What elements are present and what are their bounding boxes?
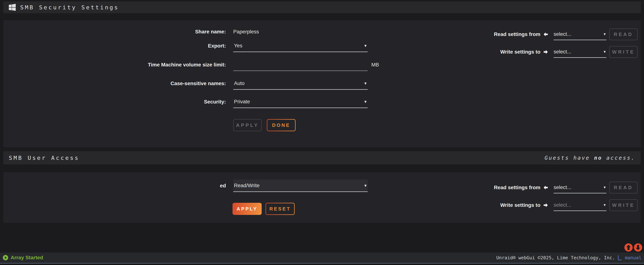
apply-button[interactable]: APPLY — [233, 119, 262, 131]
read-settings-label-wrap: Read settings from — [494, 31, 548, 37]
copyright-text: Unraid® webGui ©2025, Lime Technology, I… — [496, 255, 615, 260]
export-select-value: Yes — [233, 43, 242, 49]
array-status: Array Started — [2, 255, 43, 260]
user-ed-access-select[interactable]: Read/Write ▾ — [233, 179, 368, 192]
section-header-smb-security: SMB Security Settings — [3, 2, 641, 13]
security-select[interactable]: Private ▾ — [233, 96, 368, 108]
arrow-right-icon — [543, 49, 548, 55]
dropdown-arrow-icon: ▾ — [604, 32, 606, 37]
read-settings-row: Read settings from select... ▾ READ — [494, 29, 638, 40]
page-title: SMB Security Settings — [20, 4, 119, 11]
time-machine-unit: MB — [371, 59, 379, 71]
windows-icon — [9, 4, 16, 11]
read-settings-label: Read settings from — [494, 185, 540, 190]
dropdown-arrow-icon: ▾ — [604, 203, 606, 207]
dropdown-arrow-icon: ▾ — [364, 183, 368, 188]
read-button[interactable]: READ — [609, 29, 638, 40]
share-name-value: Paperpless — [233, 26, 259, 38]
reset-button[interactable]: RESET — [266, 203, 295, 215]
read-source-select[interactable]: select... ▾ — [554, 29, 606, 40]
section-title: SMB User Access — [9, 155, 80, 161]
case-sensitive-select-value: Auto — [233, 80, 244, 86]
write-target-select[interactable]: select... ▾ — [554, 199, 606, 211]
array-status-text: Array Started — [11, 255, 43, 260]
play-circle-icon — [2, 255, 8, 260]
manual-link[interactable]: manual — [625, 255, 642, 260]
user-ed-label: ed — [3, 179, 226, 192]
done-button[interactable]: DONE — [267, 119, 296, 131]
smb-security-settings-page: SMB Security Settings Share name: Paperp… — [0, 0, 644, 265]
write-settings-row: Write settings to select... ▾ WRITE — [500, 46, 638, 58]
write-settings-row: Write settings to select... ▾ WRITE — [500, 199, 638, 211]
arrow-left-icon — [543, 32, 548, 37]
dropdown-arrow-icon: ▾ — [364, 99, 368, 104]
write-settings-label: Write settings to — [500, 49, 540, 55]
time-machine-limit-label: Time Machine volume size limit: — [3, 59, 226, 71]
footer-copyright-area: Unraid® webGui ©2025, Lime Technology, I… — [496, 255, 642, 260]
dropdown-arrow-icon: ▾ — [604, 49, 606, 54]
dropdown-arrow-icon: ▾ — [364, 43, 368, 48]
write-button[interactable]: WRITE — [609, 199, 638, 211]
read-settings-label-wrap: Read settings from — [494, 185, 548, 190]
write-target-select[interactable]: select... ▾ — [554, 46, 606, 58]
export-select[interactable]: Yes ▾ — [233, 40, 368, 52]
write-settings-label-wrap: Write settings to — [500, 202, 548, 208]
apply-button[interactable]: APPLY — [232, 203, 262, 215]
case-sensitive-select[interactable]: Auto ▾ — [233, 77, 368, 90]
time-machine-size-input[interactable] — [233, 59, 368, 70]
arrow-right-icon — [543, 202, 548, 208]
write-settings-label: Write settings to — [500, 202, 540, 208]
security-label: Security: — [3, 96, 226, 108]
section-header-smb-user-access: SMB User Access Guests have no access. — [3, 151, 641, 164]
read-source-select[interactable]: select... ▾ — [554, 182, 606, 193]
arrow-left-icon — [543, 185, 548, 190]
time-machine-input-wrap — [233, 59, 368, 71]
window-bottom-edge — [0, 263, 644, 265]
dropdown-arrow-icon: ▾ — [364, 81, 368, 86]
user-ed-access-value: Read/Write — [233, 183, 260, 188]
read-settings-row: Read settings from select... ▾ READ — [494, 182, 638, 193]
footer-bar: Array Started Unraid® webGui ©2025, Lime… — [0, 252, 644, 263]
write-button[interactable]: WRITE — [609, 46, 638, 58]
smb-user-access-panel: ed Read/Write ▾ APPLY RESET Read setting… — [3, 172, 641, 223]
write-settings-label-wrap: Write settings to — [500, 49, 548, 55]
read-button[interactable]: READ — [609, 182, 638, 193]
guests-note: Guests have no access. — [544, 155, 635, 161]
read-settings-label: Read settings from — [494, 31, 540, 37]
dropdown-arrow-icon: ▾ — [604, 185, 606, 190]
scroll-to-top-button[interactable] — [624, 243, 633, 252]
export-label: Export: — [3, 40, 226, 52]
scroll-to-bottom-button[interactable] — [634, 243, 642, 252]
case-sensitive-label: Case-sensitive names: — [3, 77, 226, 90]
share-name-label: Share name: — [3, 26, 226, 38]
smb-security-form-panel: Share name: Paperpless Export: Yes ▾ Tim… — [3, 20, 641, 147]
security-select-value: Private — [233, 99, 250, 105]
book-icon — [618, 255, 622, 260]
